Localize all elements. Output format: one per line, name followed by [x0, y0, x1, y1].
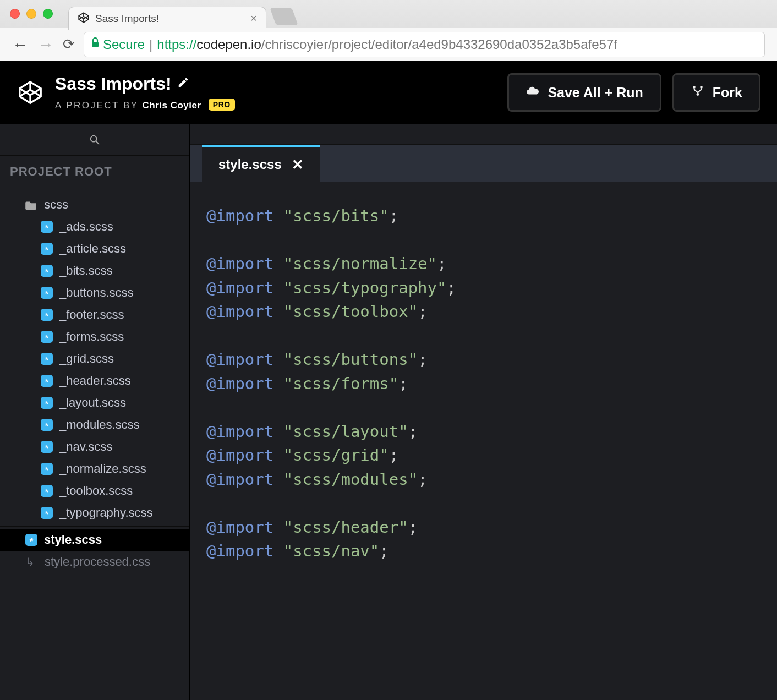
sidebar-item--modules-scss[interactable]: _modules.scss: [0, 414, 189, 436]
svg-line-11: [96, 141, 99, 144]
tab-close-icon[interactable]: ×: [250, 12, 257, 25]
scss-file-icon: [41, 485, 53, 497]
window-controls: [10, 9, 53, 19]
file-tree: scss _ads.scss_article.scss_bits.scss_bu…: [0, 188, 189, 573]
file-label: _buttons.scss: [59, 286, 134, 300]
file-label: _toolbox.scss: [59, 484, 133, 498]
sidebar-item--ads-scss[interactable]: _ads.scss: [0, 216, 189, 238]
app-header: Sass Imports! A PROJECT BY Chris Coyier …: [0, 61, 777, 124]
save-all-run-button[interactable]: Save All + Run: [507, 73, 661, 112]
sidebar-item--nav-scss[interactable]: _nav.scss: [0, 436, 189, 458]
browser-tab[interactable]: Sass Imports! ×: [68, 7, 266, 30]
close-window-icon[interactable]: [10, 9, 20, 19]
file-label: _layout.scss: [59, 396, 126, 410]
folder-scss[interactable]: scss: [0, 194, 189, 216]
svg-point-10: [90, 135, 96, 141]
scss-file-icon: [41, 331, 53, 343]
sidebar-item-processed-css[interactable]: ↳ style.processed.css: [0, 551, 189, 573]
new-tab-button[interactable]: [270, 8, 298, 25]
sidebar-item--forms-scss[interactable]: _forms.scss: [0, 326, 189, 348]
byline-prefix: A PROJECT BY: [55, 100, 138, 111]
fork-button-label: Fork: [713, 85, 742, 101]
browser-chrome: Sass Imports! × ← → ⟳ Secure | https://c…: [0, 0, 777, 61]
svg-rect-3: [92, 42, 99, 47]
sidebar-item-style-scss[interactable]: style.scss: [0, 529, 189, 551]
file-label: _article.scss: [59, 242, 126, 256]
sidebar-item--footer-scss[interactable]: _footer.scss: [0, 304, 189, 326]
folder-label: scss: [44, 198, 68, 212]
scss-file-icon: [41, 375, 53, 387]
sidebar-item--buttons-scss[interactable]: _buttons.scss: [0, 282, 189, 304]
file-label: style.scss: [44, 533, 102, 547]
svg-point-7: [693, 86, 696, 89]
svg-point-9: [696, 93, 699, 96]
back-button[interactable]: ←: [12, 35, 29, 54]
file-label: _bits.scss: [59, 264, 113, 278]
fork-icon: [691, 84, 705, 101]
subfile-arrow-icon: ↳: [25, 555, 35, 568]
search-icon: [89, 134, 101, 146]
file-label: _header.scss: [59, 374, 131, 388]
cloud-icon: [526, 84, 540, 101]
sidebar-item--layout-scss[interactable]: _layout.scss: [0, 392, 189, 414]
file-label: style.processed.css: [45, 555, 150, 569]
scss-file-icon: [41, 287, 53, 299]
scss-file-icon: [41, 265, 53, 277]
sidebar-item--article-scss[interactable]: _article.scss: [0, 238, 189, 260]
reload-button[interactable]: ⟳: [63, 36, 75, 53]
scss-file-icon: [41, 441, 53, 453]
url-path: /chriscoyier/project/editor/a4ed9b433269…: [261, 37, 617, 52]
url-host: codepen.io: [196, 37, 261, 52]
sidebar-item--typography-scss[interactable]: _typography.scss: [0, 502, 189, 524]
scss-file-icon: [41, 419, 53, 431]
file-label: _forms.scss: [59, 330, 124, 344]
file-label: _nav.scss: [59, 440, 112, 454]
sidebar: PROJECT ROOT scss _ads.scss_article.scss…: [0, 124, 190, 700]
browser-tab-label: Sass Imports!: [95, 13, 245, 25]
file-label: _footer.scss: [59, 308, 124, 322]
folder-icon: [25, 200, 37, 210]
scss-file-icon: [41, 397, 53, 409]
edit-pencil-icon[interactable]: [177, 76, 189, 92]
forward-button[interactable]: →: [37, 35, 54, 54]
codepen-logo-icon[interactable]: [17, 79, 44, 106]
editor-tab-style-scss[interactable]: style.scss ✕: [202, 145, 320, 182]
editor-tab-label: style.scss: [218, 157, 282, 172]
scss-file-icon: [41, 353, 53, 365]
file-label: _ads.scss: [59, 220, 113, 234]
file-search-button[interactable]: [0, 124, 189, 156]
project-root-label: PROJECT ROOT: [0, 156, 189, 188]
file-label: _grid.scss: [59, 352, 114, 366]
sidebar-item--bits-scss[interactable]: _bits.scss: [0, 260, 189, 282]
scss-file-icon: [25, 534, 37, 546]
lock-icon: [91, 37, 100, 51]
fork-button[interactable]: Fork: [672, 73, 760, 112]
codepen-favicon-icon: [78, 12, 90, 26]
scss-file-icon: [41, 463, 53, 475]
save-button-label: Save All + Run: [548, 85, 643, 101]
scss-file-icon: [41, 507, 53, 519]
svg-point-8: [700, 86, 703, 89]
file-label: _normalize.scss: [59, 462, 146, 476]
pro-badge: PRO: [209, 99, 235, 111]
address-bar[interactable]: Secure | https://codepen.io/chriscoyier/…: [84, 32, 765, 57]
url-protocol: https://: [157, 37, 196, 52]
scss-file-icon: [41, 221, 53, 233]
close-tab-icon[interactable]: ✕: [292, 156, 304, 173]
secure-label: Secure: [103, 37, 145, 52]
editor-area: style.scss ✕ @import "scss/bits"; @impor…: [190, 124, 777, 700]
scss-file-icon: [41, 243, 53, 255]
sidebar-item--grid-scss[interactable]: _grid.scss: [0, 348, 189, 370]
scss-file-icon: [41, 309, 53, 321]
project-title: Sass Imports!: [55, 74, 172, 94]
code-editor[interactable]: @import "scss/bits"; @import "scss/norma…: [190, 182, 777, 700]
maximize-window-icon[interactable]: [43, 9, 53, 19]
sidebar-item--header-scss[interactable]: _header.scss: [0, 370, 189, 392]
editor-tabs: style.scss ✕: [190, 145, 777, 182]
minimize-window-icon[interactable]: [26, 9, 36, 19]
file-label: _typography.scss: [59, 506, 153, 520]
sidebar-item--toolbox-scss[interactable]: _toolbox.scss: [0, 480, 189, 502]
sidebar-item--normalize-scss[interactable]: _normalize.scss: [0, 458, 189, 480]
file-label: _modules.scss: [59, 418, 140, 432]
byline-author[interactable]: Chris Coyier: [142, 100, 201, 111]
